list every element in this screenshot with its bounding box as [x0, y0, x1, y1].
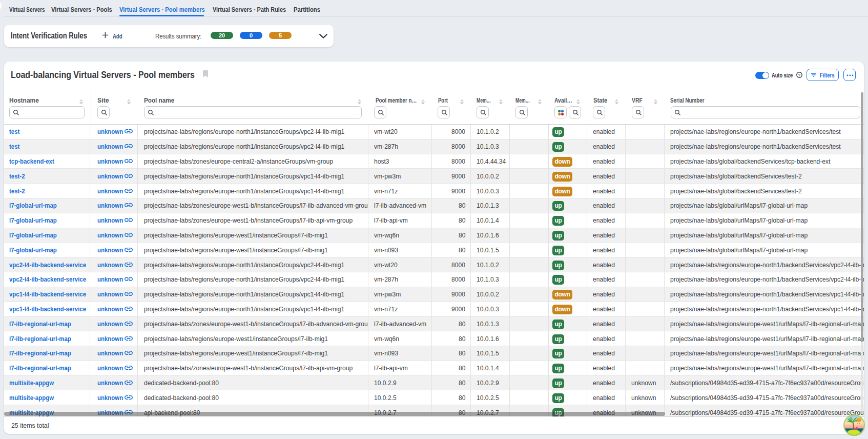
svg-text:?: ? — [798, 73, 801, 77]
